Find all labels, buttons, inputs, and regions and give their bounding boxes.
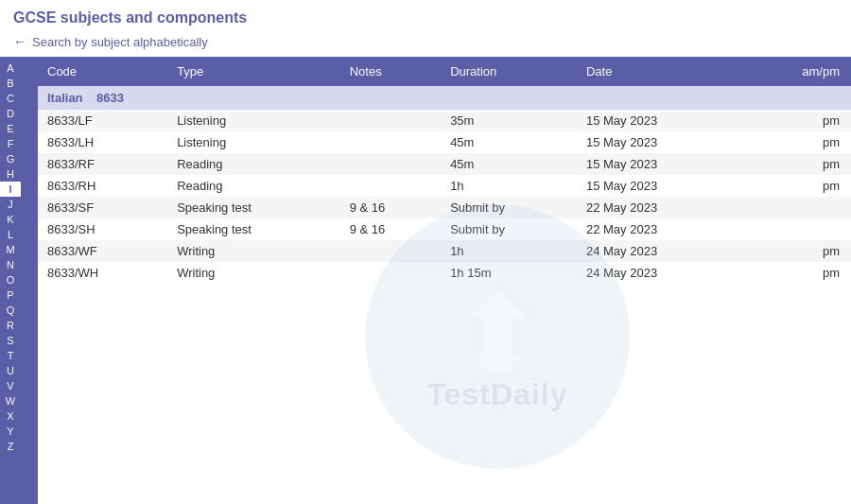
cell-duration: 45m <box>441 153 577 175</box>
cell-date: 22 May 2023 <box>577 197 743 218</box>
cell-duration: 1h 15m <box>441 262 577 284</box>
svg-rect-2 <box>483 365 512 373</box>
cell-duration: 45m <box>441 131 577 153</box>
cell-type: Writing <box>167 240 340 262</box>
cell-notes <box>340 153 441 175</box>
cell-notes <box>340 240 441 262</box>
cell-notes <box>340 110 441 131</box>
table-header-row: Code Type Notes Duration Date am/pm <box>38 57 851 86</box>
page-title: GCSE subjects and components <box>0 0 851 30</box>
cell-ampm: pm <box>743 175 851 197</box>
cell-date: 24 May 2023 <box>577 240 743 262</box>
cell-type: Reading <box>167 175 340 197</box>
search-label: Search by subject alphabetically <box>32 35 208 49</box>
cell-notes: 9 & 16 <box>340 218 441 240</box>
cell-notes <box>340 131 441 153</box>
sidebar-letter-g[interactable]: G <box>0 151 21 166</box>
cell-notes: 9 & 16 <box>340 197 441 218</box>
table-row: 8633/WH Writing 1h 15m 24 May 2023 pm <box>38 262 851 284</box>
cell-duration: 1h <box>441 240 577 262</box>
cell-code: 8633/RF <box>38 153 167 175</box>
cell-code: 8633/SF <box>38 197 167 218</box>
subject-language: Italian <box>47 91 83 105</box>
table-row: 8633/RH Reading 1h 15 May 2023 pm <box>38 175 851 197</box>
cell-ampm: pm <box>743 153 851 175</box>
sidebar-letter-x[interactable]: X <box>0 408 21 424</box>
cell-ampm: pm <box>743 131 851 153</box>
sidebar-letter-b[interactable]: B <box>0 76 21 91</box>
col-header-ampm: am/pm <box>743 57 851 86</box>
cell-ampm: pm <box>743 262 851 284</box>
col-header-code: Code <box>38 57 167 86</box>
sidebar-letter-y[interactable]: Y <box>0 424 21 439</box>
sidebar-letter-k[interactable]: K <box>0 212 21 227</box>
subject-group-row: Italian 8633 <box>38 86 851 110</box>
cell-duration: Submit by <box>441 197 577 218</box>
cell-code: 8633/LH <box>38 131 167 153</box>
cell-code: 8633/RH <box>38 175 167 197</box>
sidebar-letter-v[interactable]: V <box>0 378 21 393</box>
cell-notes <box>340 175 441 197</box>
subject-code: 8633 <box>96 91 124 105</box>
sidebar-letter-t[interactable]: T <box>0 348 21 363</box>
cell-type: Writing <box>167 262 340 284</box>
sidebar-letter-n[interactable]: N <box>0 257 21 272</box>
sidebar-letter-p[interactable]: P <box>0 287 21 303</box>
sidebar-letter-w[interactable]: W <box>0 393 21 408</box>
table-row: 8633/SF Speaking test 9 & 16 Submit by 2… <box>38 197 851 218</box>
col-header-notes: Notes <box>340 57 441 86</box>
cell-type: Speaking test <box>167 218 340 240</box>
col-header-type: Type <box>167 57 340 86</box>
cell-type: Listening <box>167 110 340 131</box>
sidebar-letter-q[interactable]: Q <box>0 303 21 318</box>
table-row: 8633/LF Listening 35m 15 May 2023 pm <box>38 110 851 131</box>
table-row: 8633/SH Speaking test 9 & 16 Submit by 2… <box>38 218 851 240</box>
cell-ampm: pm <box>743 240 851 262</box>
sidebar-letter-l[interactable]: L <box>0 227 21 242</box>
table-row: 8633/RF Reading 45m 15 May 2023 pm <box>38 153 851 175</box>
cell-type: Speaking test <box>167 197 340 218</box>
cell-notes <box>340 262 441 284</box>
cell-date: 15 May 2023 <box>577 153 743 175</box>
cell-date: 24 May 2023 <box>577 262 743 284</box>
sidebar-letter-u[interactable]: U <box>0 363 21 378</box>
cell-date: 22 May 2023 <box>577 218 743 240</box>
table-row: 8633/WF Writing 1h 24 May 2023 pm <box>38 240 851 262</box>
sidebar-letter-a[interactable]: A <box>0 61 21 76</box>
cell-duration: Submit by <box>441 218 577 240</box>
svg-marker-0 <box>469 289 526 356</box>
sidebar-letter-z[interactable]: Z <box>0 439 21 454</box>
search-bar[interactable]: ← Search by subject alphabetically <box>0 30 851 57</box>
cell-code: 8633/WF <box>38 240 167 262</box>
sidebar-letter-h[interactable]: H <box>0 166 21 182</box>
left-indicator <box>21 57 38 504</box>
sidebar-letter-s[interactable]: S <box>0 333 21 348</box>
alphabet-sidebar: ABCDEFGHIJKLMNOPQRSTUVWXYZ <box>0 57 21 504</box>
table-container: TestDaily Code Type Notes Duration Date … <box>38 57 851 504</box>
cell-date: 15 May 2023 <box>577 131 743 153</box>
sidebar-letter-r[interactable]: R <box>0 318 21 333</box>
sidebar-letter-f[interactable]: F <box>0 136 21 151</box>
cell-date: 15 May 2023 <box>577 175 743 197</box>
svg-rect-1 <box>478 356 516 365</box>
cell-ampm <box>743 197 851 218</box>
back-arrow-icon: ← <box>13 34 26 49</box>
subject-group-cell: Italian 8633 <box>38 86 851 110</box>
sidebar-letter-m[interactable]: M <box>0 242 21 257</box>
cell-date: 15 May 2023 <box>577 110 743 131</box>
col-header-date: Date <box>577 57 743 86</box>
cell-type: Listening <box>167 131 340 153</box>
sidebar-letter-d[interactable]: D <box>0 106 21 121</box>
sidebar-letter-j[interactable]: J <box>0 197 21 212</box>
sidebar-letter-c[interactable]: C <box>0 91 21 106</box>
sidebar-letter-i[interactable]: I <box>0 182 21 197</box>
watermark-text: TestDaily <box>427 377 568 412</box>
cell-duration: 1h <box>441 175 577 197</box>
sidebar-letter-e[interactable]: E <box>0 121 21 136</box>
sidebar-letter-o[interactable]: O <box>0 272 21 287</box>
cell-code: 8633/WH <box>38 262 167 284</box>
cell-duration: 35m <box>441 110 577 131</box>
cell-code: 8633/LF <box>38 110 167 131</box>
col-header-duration: Duration <box>441 57 577 86</box>
main-table: Code Type Notes Duration Date am/pm Ital… <box>38 57 851 284</box>
